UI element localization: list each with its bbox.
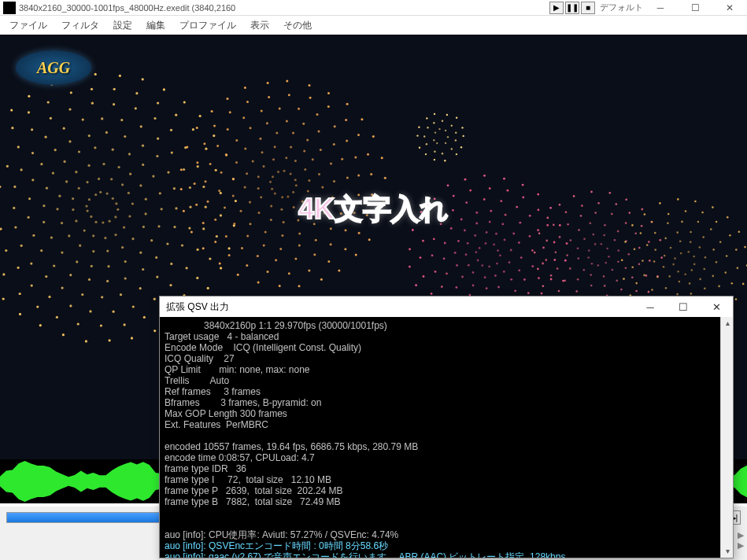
pause-button[interactable]: ❚❚ [565, 2, 579, 14]
svg-point-310 [275, 259, 277, 261]
menu-profile[interactable]: プロファイル [173, 17, 242, 35]
svg-point-44 [118, 166, 120, 168]
svg-point-37 [61, 222, 63, 224]
svg-point-86 [88, 134, 91, 137]
svg-point-70 [157, 225, 160, 227]
svg-point-527 [603, 275, 605, 278]
svg-point-343 [203, 142, 205, 145]
menu-other[interactable]: その他 [277, 17, 318, 35]
svg-point-254 [258, 212, 261, 214]
svg-point-672 [667, 213, 670, 216]
svg-point-568 [635, 290, 638, 293]
svg-point-345 [229, 111, 231, 113]
svg-point-341 [194, 182, 196, 185]
svg-point-95 [166, 242, 168, 245]
svg-point-320 [242, 116, 245, 119]
svg-point-206 [94, 73, 97, 76]
encoder-minimize-button[interactable]: ─ [634, 297, 667, 317]
menu-edit[interactable]: 編集 [140, 17, 172, 35]
svg-point-71 [155, 256, 157, 259]
logo-badge: AGG [16, 50, 91, 85]
scroll-down-icon[interactable]: ▾ [721, 545, 733, 558]
menu-file[interactable]: ファイル [3, 17, 54, 35]
svg-point-730 [446, 114, 448, 116]
svg-point-103 [30, 263, 32, 265]
svg-point-691 [644, 213, 646, 216]
svg-point-17 [104, 237, 106, 239]
svg-point-173 [113, 88, 116, 90]
svg-point-4 [94, 221, 97, 223]
encoder-console[interactable]: 3840x2160p 1:1 29.970fps (30000/1001fps)… [160, 317, 733, 558]
minimize-button[interactable]: ─ [643, 0, 678, 16]
svg-point-613 [672, 263, 675, 266]
svg-point-175 [157, 101, 159, 104]
svg-point-644 [718, 286, 720, 288]
svg-point-27 [121, 183, 124, 186]
svg-point-278 [276, 131, 278, 134]
svg-point-12 [112, 197, 114, 200]
svg-point-47 [145, 198, 147, 201]
svg-point-183 [209, 257, 211, 260]
svg-point-255 [249, 201, 251, 204]
panel-expand-icon[interactable]: ▶▶ [738, 530, 744, 551]
menu-settings[interactable]: 設定 [107, 17, 139, 35]
menu-view[interactable]: 表示 [244, 17, 276, 35]
svg-point-313 [225, 235, 227, 238]
svg-point-178 [205, 148, 207, 150]
svg-point-628 [699, 246, 701, 249]
svg-point-360 [298, 285, 301, 287]
svg-point-487 [553, 259, 556, 261]
svg-point-325 [334, 125, 336, 127]
svg-point-674 [701, 212, 704, 214]
svg-point-246 [294, 160, 297, 162]
svg-point-411 [510, 249, 512, 252]
svg-point-115 [140, 125, 142, 127]
menubar: ファイル フィルタ 設定 編集 プロファイル 表示 その他 [0, 16, 747, 35]
svg-point-85 [68, 140, 71, 142]
svg-point-303 [341, 158, 343, 160]
svg-point-234 [294, 179, 297, 181]
stop-button[interactable]: ■ [581, 2, 595, 14]
svg-point-304 [346, 177, 349, 179]
close-button[interactable]: ✕ [712, 0, 747, 16]
svg-point-538 [616, 279, 618, 282]
svg-point-395 [479, 247, 481, 249]
svg-point-375 [267, 82, 269, 84]
svg-point-260 [274, 146, 276, 148]
svg-point-710 [451, 148, 453, 149]
svg-point-189 [85, 340, 87, 342]
svg-point-635 [656, 276, 659, 278]
svg-point-695 [712, 206, 714, 208]
svg-point-209 [163, 88, 165, 90]
svg-point-122 [181, 244, 183, 246]
svg-point-337 [228, 254, 231, 256]
svg-point-364 [219, 263, 221, 265]
svg-point-88 [124, 135, 126, 138]
svg-point-621 [679, 281, 681, 283]
svg-point-280 [306, 138, 309, 141]
svg-point-690 [631, 224, 634, 227]
svg-point-582 [629, 212, 631, 214]
svg-point-559 [559, 236, 561, 238]
encoder-close-button[interactable]: ✕ [700, 297, 733, 317]
svg-point-132 [5, 249, 7, 252]
svg-point-575 [545, 259, 548, 261]
svg-point-272 [240, 210, 242, 212]
encoder-scrollbar[interactable]: ▴ ▾ [720, 317, 733, 558]
svg-point-534 [603, 234, 605, 237]
menu-filter[interactable]: フィルタ [55, 17, 105, 35]
maximize-button[interactable]: ☐ [678, 0, 712, 16]
play-button[interactable]: ▶ [549, 2, 564, 14]
svg-point-561 [580, 215, 582, 217]
encoder-maximize-button[interactable]: ☐ [667, 297, 700, 317]
svg-point-712 [434, 151, 435, 153]
svg-point-484 [538, 208, 540, 211]
svg-point-179 [215, 169, 217, 171]
svg-point-228 [271, 188, 273, 190]
svg-point-160 [19, 293, 21, 295]
svg-point-31 [131, 238, 134, 240]
svg-point-156 [100, 324, 102, 326]
scroll-up-icon[interactable]: ▴ [721, 317, 733, 330]
svg-point-222 [153, 330, 156, 332]
svg-point-242 [257, 175, 260, 178]
